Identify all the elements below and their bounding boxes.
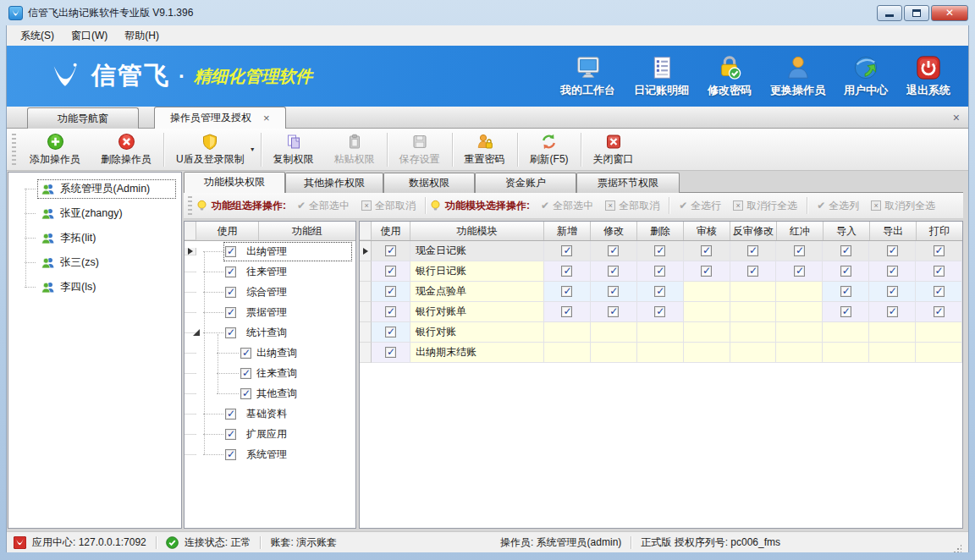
operator-item-lit[interactable]: 李拓(lit) (8, 226, 181, 250)
group-row[interactable]: 票据管理 (185, 302, 355, 322)
col-header-add[interactable]: 新增 (544, 222, 591, 240)
tab-close-icon[interactable]: × (263, 113, 270, 124)
perm-checkbox[interactable] (747, 245, 758, 256)
group-row[interactable]: 出纳管理 (185, 241, 355, 261)
user-center-button[interactable]: 用户中心 (835, 52, 897, 102)
perm-checkbox[interactable] (561, 266, 572, 277)
perm-checkbox[interactable] (654, 306, 665, 317)
col-header-import[interactable]: 导入 (824, 222, 870, 240)
use-checkbox[interactable] (385, 286, 396, 297)
expand-icon[interactable] (193, 329, 200, 336)
col-header-modify[interactable]: 修改 (591, 222, 637, 240)
tab-other-permission[interactable]: 其他操作权限 (285, 173, 383, 193)
close-window-button[interactable]: 关闭窗口 (583, 130, 644, 169)
use-checkbox[interactable] (225, 287, 236, 298)
perm-checkbox[interactable] (608, 306, 619, 317)
add-operator-button[interactable]: 添加操作员 (19, 130, 91, 169)
exit-system-button[interactable]: 退出系统 (897, 52, 960, 102)
module-select-all-button[interactable]: ✔全部选中 (541, 199, 593, 213)
col-header-redflush[interactable]: 红冲 (777, 222, 824, 240)
tab-data-permission[interactable]: 数据权限 (383, 173, 475, 193)
perm-checkbox[interactable] (654, 286, 665, 297)
module-row[interactable]: 现金日记账 (360, 241, 962, 261)
switch-operator-button[interactable]: 更换操作员 (761, 52, 835, 102)
col-header-module[interactable]: 功能模块 (410, 222, 544, 240)
perm-checkbox[interactable] (654, 245, 665, 256)
menu-system[interactable]: 系统(S) (12, 26, 63, 46)
reset-password-button[interactable]: 重置密码 (454, 130, 515, 169)
group-row[interactable]: 往来查询 (185, 363, 355, 383)
perm-checkbox[interactable] (701, 245, 712, 256)
refresh-button[interactable]: 刷新(F5) (520, 130, 579, 169)
col-header-delete[interactable]: 删除 (637, 222, 684, 240)
menu-help[interactable]: 帮助(H) (116, 26, 168, 46)
workbench-button[interactable]: 我的工作台 (551, 52, 625, 102)
operator-item-ls[interactable]: 李四(ls) (8, 275, 181, 299)
perm-checkbox[interactable] (794, 266, 805, 277)
perm-checkbox[interactable] (608, 266, 619, 277)
minimize-button[interactable] (877, 5, 902, 21)
use-checkbox[interactable] (385, 245, 396, 256)
operator-item-admin[interactable]: 系统管理员(Admin) (8, 177, 181, 201)
module-cancel-all-button[interactable]: ×全部取消 (605, 199, 659, 213)
use-checkbox[interactable] (385, 306, 396, 317)
module-row[interactable]: 现金点验单 (360, 282, 962, 302)
close-button[interactable]: ✕ (931, 5, 968, 21)
copy-permission-button[interactable]: 复制权限 (263, 130, 324, 169)
col-header-print[interactable]: 打印 (917, 222, 962, 240)
use-checkbox[interactable] (385, 347, 396, 358)
use-checkbox[interactable] (225, 327, 236, 338)
perm-checkbox[interactable] (887, 266, 898, 277)
perm-checkbox[interactable] (840, 266, 851, 277)
perm-checkbox[interactable] (887, 245, 898, 256)
perm-checkbox[interactable] (794, 245, 805, 256)
use-checkbox[interactable] (385, 327, 396, 338)
tab-operator-management[interactable]: 操作员管理及授权 × (154, 107, 286, 129)
col-header-unaudit[interactable]: 反审修改 (730, 222, 777, 240)
perm-checkbox[interactable] (934, 266, 945, 277)
maximize-button[interactable] (904, 5, 929, 21)
perm-checkbox[interactable] (561, 245, 572, 256)
use-checkbox[interactable] (240, 368, 251, 379)
delete-operator-button[interactable]: 删除操作员 (91, 130, 162, 169)
use-checkbox[interactable] (385, 266, 396, 277)
select-column-button[interactable]: ✔全选列 (817, 199, 859, 213)
use-checkbox[interactable] (240, 348, 251, 359)
group-row[interactable]: 出纳查询 (185, 343, 355, 363)
perm-checkbox[interactable] (701, 266, 712, 277)
module-row[interactable]: 银行对账单 (360, 302, 962, 322)
ushield-login-limit-button[interactable]: U盾及登录限制 (166, 130, 255, 169)
perm-checkbox[interactable] (840, 245, 851, 256)
operator-item-zhangy[interactable]: 张亚(zhangy) (8, 201, 181, 226)
module-row[interactable]: 银行对账 (360, 322, 962, 343)
perm-checkbox[interactable] (840, 286, 851, 297)
perm-checkbox[interactable] (561, 306, 572, 317)
tab-bill-permission[interactable]: 票据环节权限 (576, 173, 680, 193)
perm-checkbox[interactable] (561, 286, 572, 297)
group-row[interactable]: 其他查询 (185, 383, 355, 404)
tabstrip-close-icon[interactable]: × (953, 111, 960, 124)
tab-function-navigator[interactable]: 功能导航窗 (27, 107, 139, 129)
use-checkbox[interactable] (225, 246, 236, 257)
use-checkbox[interactable] (225, 307, 236, 318)
ushield-dropdown-icon[interactable]: ▼ (250, 146, 256, 152)
col-header-use[interactable]: 使用 (372, 222, 410, 240)
use-checkbox[interactable] (225, 266, 236, 277)
col-header-use[interactable]: 使用 (196, 222, 259, 240)
cancel-column-button[interactable]: ×取消列全选 (871, 199, 935, 213)
perm-checkbox[interactable] (934, 286, 945, 297)
perm-checkbox[interactable] (840, 306, 851, 317)
group-row[interactable]: 统计查询 (185, 322, 355, 343)
group-row[interactable]: 基础资料 (185, 404, 355, 424)
group-row[interactable]: 系统管理 (185, 444, 355, 464)
perm-checkbox[interactable] (887, 286, 898, 297)
menu-window[interactable]: 窗口(W) (63, 26, 116, 46)
tab-module-permission[interactable]: 功能模块权限 (184, 172, 285, 193)
perm-checkbox[interactable] (654, 266, 665, 277)
cancel-row-button[interactable]: ×取消行全选 (733, 199, 797, 213)
journal-detail-button[interactable]: 日记账明细 (625, 52, 698, 102)
col-header-export[interactable]: 导出 (870, 222, 917, 240)
group-row[interactable]: 扩展应用 (185, 424, 355, 444)
perm-checkbox[interactable] (608, 286, 619, 297)
use-checkbox[interactable] (225, 449, 236, 460)
